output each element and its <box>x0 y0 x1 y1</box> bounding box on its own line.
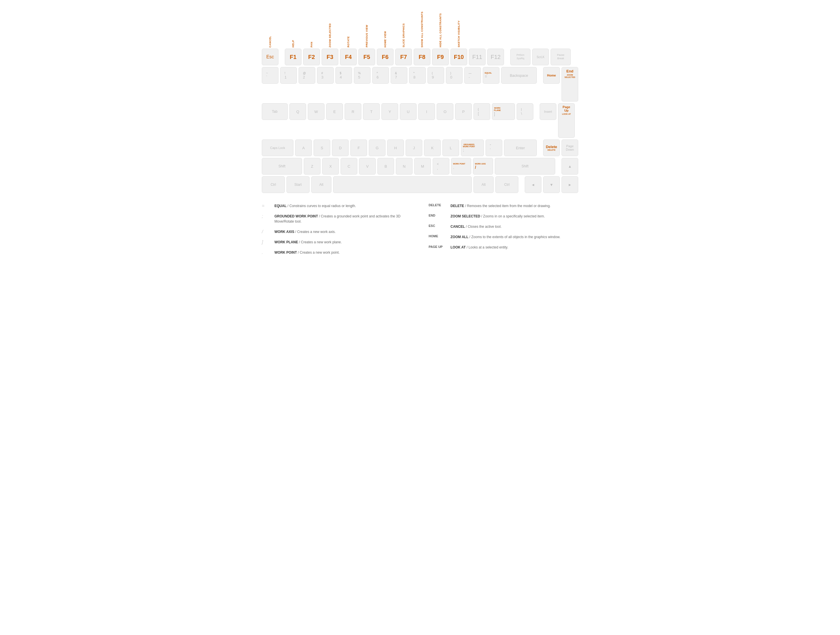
key-f7[interactable]: F7 <box>395 49 412 65</box>
key-arrow-up[interactable]: ▲ <box>562 158 578 175</box>
key-f9[interactable]: F9 <box>432 49 449 65</box>
key-ctrl-left[interactable]: Ctrl <box>262 176 285 193</box>
key-alt-right[interactable]: Alt <box>474 176 494 193</box>
key-2[interactable]: @ 2 <box>298 67 315 84</box>
key-end[interactable]: End ZOOMSELECTED <box>562 67 578 101</box>
key-f5[interactable]: F5 <box>358 49 375 65</box>
key-arrow-left[interactable]: ◄ <box>525 176 542 193</box>
key-f2[interactable]: F2 <box>303 49 320 65</box>
key-ctrl-right[interactable]: Ctrl <box>495 176 518 193</box>
key-f3[interactable]: F3 <box>322 49 338 65</box>
key-f1[interactable]: F1 <box>285 49 302 65</box>
key-period[interactable]: WORK POINT . <box>451 158 471 175</box>
key-1[interactable]: ! 1 <box>280 67 297 84</box>
legend-item-delete: DELETE DELETE / Removes the selected ite… <box>429 203 578 208</box>
key-g[interactable]: G <box>369 139 385 156</box>
key-b[interactable]: B <box>377 158 394 175</box>
key-l[interactable]: L <box>442 139 459 156</box>
key-home[interactable]: Home <box>543 67 560 84</box>
key-4[interactable]: $ 4 <box>335 67 352 84</box>
key-scrlk[interactable]: ScrLK <box>532 49 549 65</box>
key-9[interactable]: ( 9 <box>428 67 444 84</box>
key-7[interactable]: & 7 <box>391 67 407 84</box>
key-semicolon[interactable]: GROUNDEDWORK POINT ; <box>461 139 484 156</box>
legend-title-semicolon: GROUNDED WORK POINT <box>275 214 318 218</box>
label-f4: ROTATE <box>347 36 350 47</box>
key-start[interactable]: Start <box>287 176 309 193</box>
key-f8[interactable]: F8 <box>414 49 430 65</box>
key-5[interactable]: % 5 <box>354 67 371 84</box>
key-space[interactable] <box>333 176 472 193</box>
key-r[interactable]: R <box>345 103 361 120</box>
key-i[interactable]: I <box>418 103 435 120</box>
key-a[interactable]: A <box>295 139 312 156</box>
fn-row: Esc F1 F2 F3 F4 F5 F6 F7 F8 F9 F10 F11 F… <box>262 49 578 65</box>
key-f[interactable]: F <box>351 139 367 156</box>
key-tilde[interactable]: ~ ` <box>262 67 278 84</box>
key-arrow-down[interactable]: ▼ <box>543 176 560 193</box>
key-tab[interactable]: Tab <box>262 103 288 120</box>
key-z[interactable]: Z <box>304 158 321 175</box>
key-pageup[interactable]: PageUp LOOK AT <box>558 103 575 138</box>
key-8[interactable]: * 8 <box>409 67 426 84</box>
key-insert[interactable]: Insert <box>540 103 556 120</box>
legend-item-end: END ZOOM SELECTED / Zooms in on a specif… <box>429 214 578 219</box>
key-f11[interactable]: F11 <box>469 49 486 65</box>
key-o[interactable]: O <box>437 103 453 120</box>
key-equal[interactable]: EQUAL = <box>483 67 499 84</box>
key-d[interactable]: D <box>332 139 349 156</box>
key-slash[interactable]: WORK AXIS / <box>473 158 493 175</box>
legend-title-period: WORK POINT <box>275 251 297 255</box>
key-n[interactable]: N <box>396 158 412 175</box>
key-6[interactable]: ^ 6 <box>372 67 389 84</box>
legend-title-home: ZOOM ALL <box>450 235 468 239</box>
key-e[interactable]: E <box>326 103 343 120</box>
key-f10[interactable]: F10 <box>450 49 467 65</box>
key-pause[interactable]: PauseBreak <box>551 49 571 65</box>
key-bracket-right[interactable]: WORKPLANE ] <box>492 103 515 120</box>
key-arrow-right[interactable]: ► <box>562 176 578 193</box>
key-backslash[interactable]: | \ <box>517 103 533 120</box>
legend-title-delete: DELETE <box>450 204 464 208</box>
key-q[interactable]: Q <box>289 103 306 120</box>
key-t[interactable]: T <box>363 103 380 120</box>
key-m[interactable]: M <box>414 158 431 175</box>
key-shift-right[interactable]: Shift <box>495 158 555 175</box>
legend-item-esc: ESC CANCEL / Closes the active tool. <box>429 224 578 229</box>
key-backspace[interactable]: Backspace <box>501 67 537 84</box>
key-h[interactable]: H <box>387 139 404 156</box>
key-alt-left[interactable]: Alt <box>311 176 332 193</box>
key-f4[interactable]: F4 <box>340 49 357 65</box>
key-esc[interactable]: Esc <box>262 49 278 65</box>
key-shift-left[interactable]: Shift <box>262 158 302 175</box>
key-p[interactable]: P <box>455 103 472 120</box>
key-f6[interactable]: F6 <box>377 49 393 65</box>
key-minus[interactable]: — - <box>464 67 481 84</box>
key-prtscn[interactable]: PrtScnSysRq <box>510 49 531 65</box>
key-3[interactable]: # 3 <box>317 67 334 84</box>
zxcv-row: Shift Z X C V B N M < , WORK POINT . <box>262 158 578 175</box>
legend-key-slash: / <box>262 229 270 235</box>
key-0[interactable]: ) 0 <box>446 67 463 84</box>
key-capslock[interactable]: Caps Lock <box>262 139 294 156</box>
key-k[interactable]: K <box>424 139 441 156</box>
label-f7: SLICE GRAPHICS <box>402 23 405 47</box>
legend-title-esc: CANCEL <box>450 225 465 228</box>
key-comma[interactable]: < , <box>433 158 449 175</box>
legend-key-bracket: ] <box>262 240 270 245</box>
key-x[interactable]: X <box>322 158 339 175</box>
key-j[interactable]: J <box>406 139 422 156</box>
key-c[interactable]: C <box>341 158 357 175</box>
key-delete[interactable]: Delete DELETE <box>543 139 560 156</box>
key-bracket-left[interactable]: { [ <box>474 103 490 120</box>
key-v[interactable]: V <box>359 158 376 175</box>
key-quote[interactable]: " ' <box>486 139 502 156</box>
key-pagedown[interactable]: PageDown <box>562 139 578 156</box>
key-f12[interactable]: F12 <box>487 49 504 65</box>
key-enter[interactable]: Enter <box>504 139 537 156</box>
key-w[interactable]: W <box>308 103 324 120</box>
key-u[interactable]: U <box>400 103 417 120</box>
legend-title-pageup: LOOK AT <box>450 245 466 249</box>
key-y[interactable]: Y <box>381 103 398 120</box>
key-s[interactable]: S <box>314 139 330 156</box>
